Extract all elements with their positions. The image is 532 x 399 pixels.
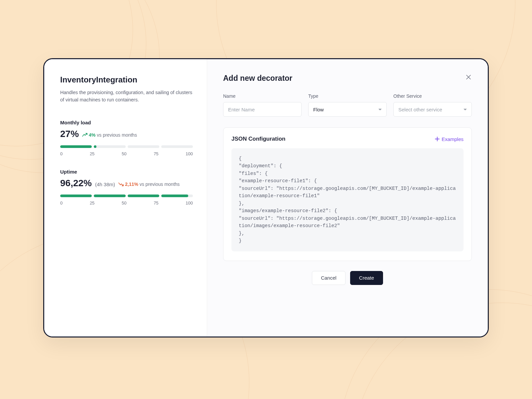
json-config-title: JSON Configuration xyxy=(231,136,285,142)
type-selected: Flow xyxy=(313,107,324,112)
tick: 0 xyxy=(60,200,63,205)
other-service-select[interactable]: Select other service xyxy=(393,102,472,117)
form-actions: Cancel Create xyxy=(223,271,472,285)
caret-down-icon xyxy=(464,109,467,110)
form-title: Add new decorator xyxy=(223,74,472,83)
trend-down-icon xyxy=(118,182,124,186)
type-select[interactable]: Flow xyxy=(308,102,387,117)
uptime-ticks: 0 25 50 75 100 xyxy=(60,200,193,205)
plus-icon xyxy=(435,137,440,141)
tick: 25 xyxy=(90,151,94,156)
tick: 50 xyxy=(122,151,126,156)
tick: 100 xyxy=(186,200,193,205)
close-button[interactable] xyxy=(464,72,473,82)
monthly-load-value: 27% xyxy=(60,129,79,139)
monthly-load-bar xyxy=(60,145,193,148)
examples-link[interactable]: Examples xyxy=(435,136,464,142)
form-row: Name Type Flow Other Service Select othe… xyxy=(223,93,472,117)
json-config-textarea[interactable]: { "deployment": { "files": { "example-re… xyxy=(231,148,464,251)
tick: 75 xyxy=(154,151,158,156)
name-label: Name xyxy=(223,93,302,99)
monthly-load-label: Monthly load xyxy=(60,120,193,125)
other-service-field-group: Other Service Select other service xyxy=(393,93,472,117)
integration-description: Handles the provisioning, configuration,… xyxy=(60,89,193,104)
tick: 25 xyxy=(90,200,94,205)
type-field-group: Type Flow xyxy=(308,93,387,117)
uptime-value: 96,22% xyxy=(60,178,92,189)
monthly-load-trend: 4% vs previous months xyxy=(82,132,137,138)
other-service-label: Other Service xyxy=(393,93,472,99)
json-config-card: JSON Configuration Examples { "deploymen… xyxy=(223,127,472,261)
integration-title: InventoryIntegration xyxy=(60,75,193,84)
info-sidebar: InventoryIntegration Handles the provisi… xyxy=(44,59,207,336)
uptime-trend-suffix: vs previous months xyxy=(140,182,180,187)
monthly-load-trend-pct: 4% xyxy=(89,132,95,138)
uptime-sub: (4h 38m) xyxy=(95,182,115,187)
caret-down-icon xyxy=(378,109,382,110)
close-icon xyxy=(466,74,471,80)
tick: 100 xyxy=(186,151,193,156)
name-field-group: Name xyxy=(223,93,302,117)
uptime-row: 96,22% (4h 38m) 2,11% vs previous months xyxy=(60,178,193,189)
other-service-placeholder: Select other service xyxy=(398,107,442,112)
form-area: Add new decorator Name Type Flow Other S… xyxy=(207,59,488,336)
monthly-load-ticks: 0 25 50 75 100 xyxy=(60,151,193,156)
examples-label: Examples xyxy=(442,136,464,142)
type-label: Type xyxy=(308,93,387,99)
uptime-bar xyxy=(60,195,193,197)
tick: 0 xyxy=(60,151,63,156)
trend-up-icon xyxy=(82,133,87,137)
cancel-button[interactable]: Cancel xyxy=(312,271,345,285)
dialog-panel: InventoryIntegration Handles the provisi… xyxy=(43,58,489,337)
uptime-trend-pct: 2,11% xyxy=(125,182,138,187)
tick: 50 xyxy=(122,200,126,205)
create-button[interactable]: Create xyxy=(350,271,383,285)
tick: 75 xyxy=(154,200,158,205)
uptime-label: Uptime xyxy=(60,169,193,175)
monthly-load-row: 27% 4% vs previous months xyxy=(60,129,193,139)
name-input[interactable] xyxy=(223,102,302,117)
monthly-load-trend-suffix: vs previous months xyxy=(97,132,137,138)
uptime-trend: 2,11% vs previous months xyxy=(118,182,180,187)
